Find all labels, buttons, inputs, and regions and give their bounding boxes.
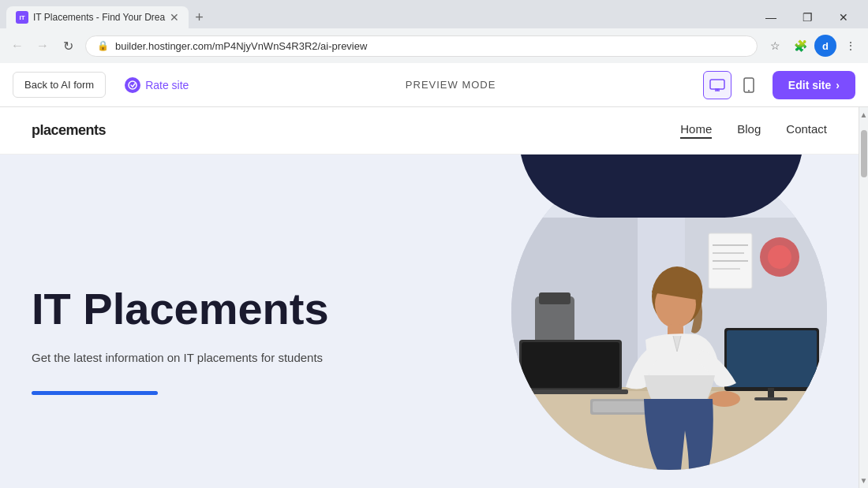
hero-title: IT Placements: [32, 285, 329, 333]
site-navigation: placements Home Blog Contact: [0, 107, 859, 155]
active-tab[interactable]: IT IT Placements - Find Your Drea ✕: [6, 6, 189, 28]
nav-blog-link[interactable]: Blog: [737, 122, 761, 139]
hero-text: IT Placements Get the latest information…: [32, 285, 329, 396]
site-nav-links: Home Blog Contact: [680, 122, 827, 139]
maximize-button[interactable]: ❐: [789, 5, 825, 30]
site-logo: placements: [32, 122, 106, 139]
rate-site-button[interactable]: Rate site: [115, 71, 198, 99]
refresh-button[interactable]: ↻: [57, 35, 79, 57]
browser-actions: ☆ 🧩 d ⋮: [764, 35, 862, 57]
svg-rect-26: [522, 342, 619, 388]
svg-point-0: [129, 81, 137, 89]
svg-rect-20: [539, 292, 571, 304]
hero-subtitle: Get the latest information on IT placeme…: [32, 348, 329, 367]
address-bar[interactable]: 🔒 builder.hostinger.com/mP4NjyVnWnS4R3R2…: [85, 35, 758, 57]
svg-rect-27: [518, 389, 628, 394]
edit-site-arrow: ›: [836, 79, 840, 91]
url-text: builder.hostinger.com/mP4NjyVnWnS4R3R2/a…: [115, 40, 746, 52]
preview-content: placements Home Blog Contact IT Placemen…: [0, 107, 859, 488]
svg-rect-32: [754, 397, 788, 400]
svg-point-18: [768, 245, 791, 269]
hero-section: IT Placements Get the latest information…: [0, 155, 859, 488]
tab-favicon: IT: [16, 11, 28, 24]
scrollbar[interactable]: ▲ ▼: [859, 107, 868, 488]
nav-contact-link[interactable]: Contact: [786, 122, 827, 139]
dark-arc: [519, 155, 803, 218]
extensions-button[interactable]: 🧩: [789, 35, 811, 57]
mobile-view-button[interactable]: [735, 71, 763, 99]
profile-button[interactable]: d: [814, 35, 836, 57]
rate-icon: [125, 77, 140, 93]
nav-buttons: ← → ↻: [6, 35, 79, 57]
tab-close-button[interactable]: ✕: [170, 12, 179, 23]
nav-home-link[interactable]: Home: [680, 122, 712, 139]
minimize-button[interactable]: —: [753, 5, 789, 30]
tab-bar: IT IT Placements - Find Your Drea ✕ + — …: [0, 0, 868, 28]
hero-image-container: [496, 155, 827, 488]
builder-toolbar: Back to AI form Rate site PREVIEW MODE E…: [0, 63, 868, 107]
menu-button[interactable]: ⋮: [840, 35, 862, 57]
rate-site-label: Rate site: [145, 79, 189, 91]
desktop-view-button[interactable]: [703, 71, 731, 99]
close-button[interactable]: ✕: [825, 5, 862, 30]
svg-point-6: [748, 90, 750, 91]
back-to-ai-form-button[interactable]: Back to AI form: [13, 72, 106, 98]
browser-window: IT IT Placements - Find Your Drea ✕ + — …: [0, 0, 868, 63]
hero-cta-bar: [32, 391, 158, 395]
edit-site-button[interactable]: Edit site ›: [773, 71, 855, 99]
window-controls: — ❐ ✕: [753, 5, 862, 30]
svg-rect-30: [727, 330, 817, 387]
svg-rect-1: [710, 80, 724, 89]
back-button[interactable]: ←: [6, 35, 28, 57]
preview-mode-label: PREVIEW MODE: [208, 79, 693, 91]
svg-point-36: [709, 391, 740, 407]
preview-area: placements Home Blog Contact IT Placemen…: [0, 107, 868, 488]
scrollbar-thumb[interactable]: [861, 130, 867, 177]
edit-site-label: Edit site: [788, 79, 831, 91]
lock-icon: 🔒: [97, 40, 109, 51]
tab-title: IT Placements - Find Your Drea: [33, 12, 165, 23]
bookmark-button[interactable]: ☆: [764, 35, 786, 57]
new-tab-button[interactable]: +: [189, 9, 210, 26]
forward-button[interactable]: →: [32, 35, 54, 57]
browser-controls: ← → ↻ 🔒 builder.hostinger.com/mP4NjyVnWn…: [0, 28, 868, 63]
device-toggle: [703, 71, 763, 99]
